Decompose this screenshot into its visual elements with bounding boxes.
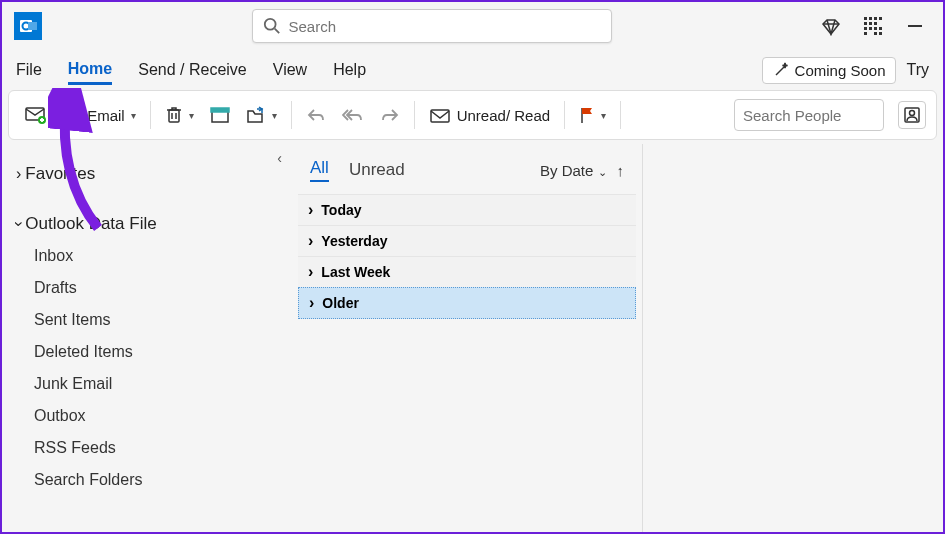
folder-deleted[interactable]: Deleted Items (34, 336, 282, 368)
trash-icon (165, 105, 183, 125)
folder-sent[interactable]: Sent Items (34, 304, 282, 336)
svg-rect-10 (874, 22, 877, 25)
tab-send-receive[interactable]: Send / Receive (138, 57, 247, 83)
filter-all[interactable]: All (310, 158, 329, 182)
delete-button[interactable]: ▾ (159, 101, 200, 129)
folder-inbox[interactable]: Inbox (34, 240, 282, 272)
reply-icon (306, 106, 326, 124)
reply-all-icon (342, 106, 364, 124)
svg-line-4 (274, 29, 279, 34)
folder-rss[interactable]: RSS Feeds (34, 432, 282, 464)
tab-view[interactable]: View (273, 57, 307, 83)
chevron-down-icon[interactable]: ▾ (189, 110, 194, 121)
group-header[interactable]: ›Older (298, 287, 636, 319)
filter-row: All Unread By Date ⌄ ↑ (298, 158, 636, 194)
folder-pane: ‹ › Favorites › Outlook Data File Inbox … (2, 144, 292, 532)
tab-home[interactable]: Home (68, 56, 112, 85)
minimize-button[interactable] (905, 16, 925, 36)
premium-icon[interactable] (821, 16, 841, 36)
data-file-label: Outlook Data File (25, 214, 156, 234)
svg-rect-13 (864, 32, 867, 35)
unread-read-label: Unread/ Read (457, 107, 550, 124)
folder-junk[interactable]: Junk Email (34, 368, 282, 400)
archive-button[interactable] (204, 102, 236, 128)
qr-icon[interactable] (863, 16, 883, 36)
svg-rect-6 (869, 17, 872, 20)
ribbon-toolbar: New Email ▾ ▾ ▾ Unread/ Read (8, 90, 937, 140)
svg-rect-26 (211, 108, 229, 112)
chevron-down-icon: ▾ (272, 110, 277, 121)
folder-list: Inbox Drafts Sent Items Deleted Items Ju… (34, 240, 282, 496)
search-icon (263, 17, 281, 35)
address-book-button[interactable] (898, 101, 926, 129)
chevron-right-icon: › (308, 201, 313, 219)
forward-button[interactable] (374, 102, 406, 128)
search-people-input[interactable] (734, 99, 884, 131)
chevron-right-icon: › (309, 294, 314, 312)
svg-rect-11 (864, 27, 867, 30)
group-header[interactable]: ›Today (298, 194, 636, 225)
favorites-label: Favorites (25, 164, 95, 184)
svg-rect-22 (169, 110, 179, 122)
coming-soon-button[interactable]: Coming Soon (762, 57, 897, 84)
svg-rect-14 (874, 27, 877, 30)
tab-help[interactable]: Help (333, 57, 366, 83)
try-label[interactable]: Try (906, 61, 929, 79)
svg-rect-7 (864, 22, 867, 25)
group-header[interactable]: ›Last Week (298, 256, 636, 287)
favorites-header[interactable]: › Favorites (16, 158, 282, 190)
contact-icon (903, 106, 921, 124)
move-icon (246, 105, 266, 125)
folder-drafts[interactable]: Drafts (34, 272, 282, 304)
svg-rect-18 (869, 22, 872, 25)
tab-file[interactable]: File (16, 57, 42, 83)
data-file-header[interactable]: › Outlook Data File (16, 208, 282, 240)
unread-read-button[interactable]: Unread/ Read (423, 102, 556, 128)
new-email-button[interactable]: New Email ▾ (19, 101, 142, 129)
chevron-down-icon: ▾ (601, 110, 606, 121)
new-email-label: New Email (53, 107, 125, 124)
chevron-right-icon: › (308, 263, 313, 281)
sort-button[interactable]: By Date ⌄ (540, 162, 607, 179)
chevron-down-icon: ▾ (131, 110, 136, 121)
sort-direction-icon[interactable]: ↑ (617, 162, 625, 179)
svg-rect-15 (879, 27, 882, 30)
svg-point-3 (264, 19, 275, 30)
coming-soon-label: Coming Soon (795, 62, 886, 79)
reply-button[interactable] (300, 102, 332, 128)
group-label: Older (322, 295, 359, 311)
reading-pane (642, 144, 943, 532)
svg-rect-5 (864, 17, 867, 20)
group-header[interactable]: ›Yesterday (298, 225, 636, 256)
ribbon-tabs: File Home Send / Receive View Help Comin… (2, 50, 943, 90)
wand-icon (773, 62, 789, 78)
group-label: Last Week (321, 264, 390, 280)
chevron-right-icon: › (16, 165, 21, 183)
svg-rect-12 (869, 27, 872, 30)
envelope-icon (429, 106, 451, 124)
folder-search[interactable]: Search Folders (34, 464, 282, 496)
main-area: ‹ › Favorites › Outlook Data File Inbox … (2, 144, 943, 532)
collapse-pane-icon[interactable]: ‹ (277, 150, 282, 166)
archive-icon (210, 106, 230, 124)
filter-unread[interactable]: Unread (349, 160, 405, 180)
group-label: Yesterday (321, 233, 387, 249)
flag-button[interactable]: ▾ (573, 102, 612, 128)
global-search-box[interactable] (252, 9, 612, 43)
move-button[interactable]: ▾ (240, 101, 283, 129)
forward-icon (380, 106, 400, 124)
chevron-down-icon: › (10, 221, 28, 226)
group-label: Today (321, 202, 361, 218)
new-email-icon (25, 105, 47, 125)
search-input[interactable] (289, 18, 601, 35)
reply-all-button[interactable] (336, 102, 370, 128)
svg-rect-27 (431, 110, 449, 122)
svg-rect-2 (28, 22, 37, 30)
svg-rect-9 (879, 17, 882, 20)
folder-outbox[interactable]: Outbox (34, 400, 282, 432)
svg-rect-16 (874, 32, 877, 35)
svg-point-29 (910, 111, 915, 116)
svg-rect-8 (874, 17, 877, 20)
chevron-down-icon: ⌄ (598, 166, 607, 178)
message-list-pane: All Unread By Date ⌄ ↑ ›Today›Yesterday›… (292, 144, 642, 532)
